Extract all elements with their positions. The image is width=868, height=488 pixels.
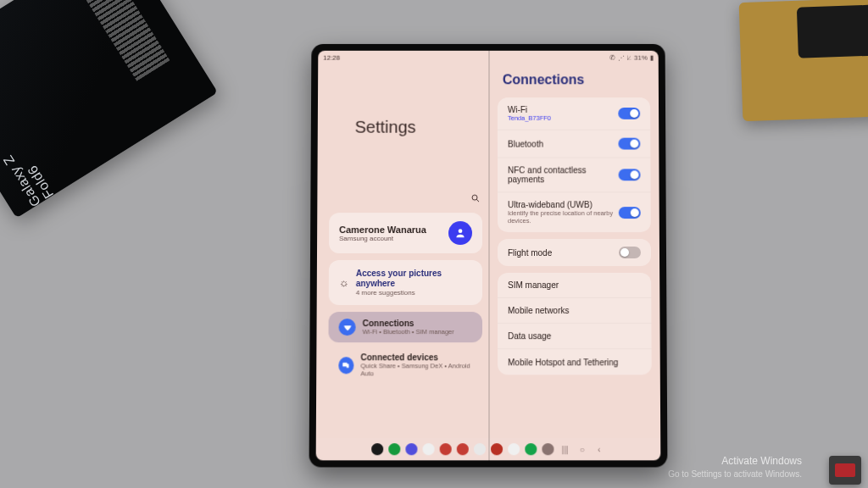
account-card[interactable]: Camerone Wanarua Samsung account <box>329 213 482 253</box>
person-icon <box>454 227 466 239</box>
nav-recents[interactable]: ||| <box>559 443 571 455</box>
svg-line-1 <box>476 199 479 202</box>
nav-back[interactable]: ‹ <box>593 443 605 455</box>
windows-watermark: Activate Windows Go to Settings to activ… <box>668 454 802 480</box>
product-box-label: Galaxy Z Fold6 <box>0 136 57 209</box>
row-label: Wi-Fi <box>508 105 551 114</box>
taskbar-app-3[interactable] <box>423 443 435 455</box>
nav-item-connections[interactable]: Connections Wi-Fi • Bluetooth • SIM mana… <box>328 312 482 342</box>
taskbar-app-0[interactable] <box>371 443 383 455</box>
row-uwb[interactable]: Ultra-wideband (UWB)Identify the precise… <box>498 192 651 232</box>
battery-text: 31% <box>634 54 648 62</box>
suggestion-card[interactable]: ☼ Access your picturesanywhere 4 more su… <box>329 260 482 305</box>
group-mobile: SIM managerMobile networksData usageMobi… <box>498 273 652 374</box>
row-datausg[interactable]: Data usage <box>498 324 652 349</box>
account-name: Camerone Wanarua <box>339 225 426 235</box>
taskbar-app-7[interactable] <box>491 443 503 455</box>
battery-icon: ▮ <box>650 54 654 62</box>
toggle-flight[interactable] <box>619 247 641 258</box>
taskbar-app-1[interactable] <box>388 443 400 455</box>
device-fold-line <box>488 51 490 461</box>
suggestion-sub: 4 more suggestions <box>356 289 442 297</box>
nav-desc: Wi-Fi • Bluetooth • SIM manager <box>363 328 454 336</box>
row-sim[interactable]: SIM manager <box>498 273 651 298</box>
row-wifi[interactable]: Wi-FiTenda_B73FF0 <box>498 97 650 130</box>
search-icon <box>470 193 481 203</box>
windows-watermark-title: Activate Windows <box>668 454 802 468</box>
taskbar-app-9[interactable] <box>525 443 537 455</box>
nav-label: Connected devices <box>360 352 471 362</box>
taskbar-app-2[interactable] <box>405 443 417 455</box>
wifi-icon: ⋰ <box>618 54 625 62</box>
row-hotspot[interactable]: Mobile Hotspot and Tethering <box>498 349 652 374</box>
page-title: Settings <box>355 118 482 137</box>
foldable-device: 12:28 ✆ ⋰ ⟀ 31% ▮ Settings <box>309 44 668 468</box>
toggle-bluetooth[interactable] <box>618 138 640 150</box>
row-label: Bluetooth <box>508 139 543 148</box>
product-box: Galaxy Z Fold6 <box>0 0 218 218</box>
devices-nav-icon <box>338 357 353 374</box>
svg-point-0 <box>472 195 477 200</box>
group-flight: Flight mode <box>498 239 651 266</box>
vibrate-icon: ✆ <box>609 54 615 62</box>
row-label: Data usage <box>508 331 551 341</box>
svg-rect-4 <box>347 363 349 368</box>
row-mobnet[interactable]: Mobile networks <box>498 298 651 324</box>
taskbar-app-5[interactable] <box>457 443 469 455</box>
nav-desc: Quick Share • Samsung DeX • Android Auto <box>360 362 472 377</box>
account-sub: Samsung account <box>339 235 426 242</box>
taskbar-app-6[interactable] <box>474 443 486 455</box>
row-label: Mobile Hotspot and Tethering <box>508 358 618 367</box>
wifi-nav-icon <box>339 319 356 336</box>
detail-title: Connections <box>498 72 650 87</box>
group-wireless: Wi-FiTenda_B73FF0BluetoothNFC and contac… <box>498 97 651 232</box>
row-label: NFC and contactless payments <box>508 165 619 184</box>
row-sub: Tenda_B73FF0 <box>508 114 551 122</box>
row-flight[interactable]: Flight mode <box>498 239 651 266</box>
toggle-knob <box>630 109 638 118</box>
nav-item-connected-devices[interactable]: Connected devices Quick Share • Samsung … <box>328 346 482 384</box>
toggle-knob <box>631 208 639 217</box>
barcode-sticker <box>79 0 170 81</box>
row-label: SIM manager <box>508 280 559 290</box>
windows-watermark-sub: Go to Settings to activate Windows. <box>668 469 802 480</box>
taskbar-app-8[interactable] <box>508 443 520 455</box>
settings-detail-pane: Connections Wi-FiTenda_B73FF0BluetoothNF… <box>491 51 660 461</box>
toggle-knob <box>631 170 639 179</box>
toggle-nfc[interactable] <box>619 169 641 180</box>
svg-point-2 <box>459 229 463 233</box>
row-label: Ultra-wideband (UWB) <box>508 200 619 209</box>
row-nfc[interactable]: NFC and contactless payments <box>498 158 651 192</box>
row-label: Mobile networks <box>508 306 569 315</box>
toggle-uwb[interactable] <box>619 207 641 219</box>
suggestion-title: Access your picturesanywhere <box>356 269 442 289</box>
nav-home[interactable]: ○ <box>576 443 588 455</box>
toggle-wifi[interactable] <box>618 108 640 119</box>
settings-master-pane: Settings Camerone Wanarua Samsung accoun… <box>316 51 491 461</box>
row-label: Flight mode <box>508 248 552 258</box>
avatar <box>448 221 472 245</box>
taskbar-app-4[interactable] <box>440 443 452 455</box>
search-button[interactable] <box>470 193 481 206</box>
row-bluetooth[interactable]: Bluetooth <box>498 130 650 158</box>
taskbar-app-10[interactable] <box>542 443 554 455</box>
row-sub: Identify the precise location of nearby … <box>508 209 619 225</box>
lightbulb-icon: ☼ <box>339 276 349 289</box>
nav-label: Connections <box>363 319 454 328</box>
toggle-knob <box>620 248 629 257</box>
channel-badge <box>829 456 861 485</box>
toggle-knob <box>630 140 638 148</box>
signal-icon: ⟀ <box>627 54 632 62</box>
background-object <box>739 0 868 121</box>
background-device <box>797 5 868 58</box>
